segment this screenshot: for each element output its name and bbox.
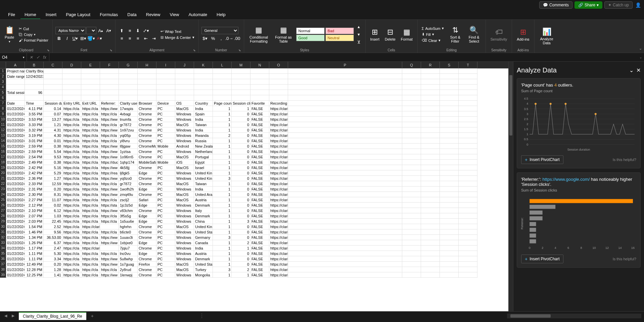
cell[interactable] [421, 208, 440, 213]
cell[interactable] [459, 186, 477, 192]
cell[interactable] [288, 165, 402, 170]
cell[interactable]: https://cla [62, 246, 81, 251]
cell[interactable] [402, 90, 421, 95]
cell[interactable] [288, 240, 402, 246]
cell[interactable]: yq9zo0 [119, 176, 138, 181]
cell[interactable]: PC [156, 111, 175, 117]
cell[interactable] [288, 267, 402, 272]
cell[interactable]: Chrome [138, 149, 156, 154]
cell[interactable]: https://cla [81, 251, 100, 256]
cell[interactable]: https://cla [81, 117, 100, 122]
cell[interactable] [213, 74, 232, 79]
cell[interactable]: PC [156, 219, 175, 224]
cell[interactable]: gr7872 [119, 122, 138, 127]
cell[interactable] [288, 170, 402, 176]
cell[interactable] [402, 138, 421, 144]
cell[interactable]: Chrome [138, 154, 156, 160]
cell[interactable]: FALSE [250, 197, 269, 203]
cell[interactable] [421, 101, 440, 106]
cell[interactable]: 2y8rud [119, 267, 138, 272]
cell[interactable] [194, 68, 213, 74]
cell[interactable]: Safari [138, 197, 156, 203]
cell[interactable]: 0 [232, 122, 250, 127]
cell[interactable]: Austria [194, 251, 213, 256]
cell[interactable]: https://cla [62, 213, 81, 219]
cell[interactable]: https://cla [62, 160, 81, 165]
cell[interactable]: https://clarity.microsoft.com/player/5d3… [269, 122, 288, 127]
cell[interactable]: PC [156, 181, 175, 186]
cell[interactable]: https://clarity.microsoft.com/player/5d3… [269, 203, 288, 208]
cell[interactable] [440, 144, 459, 149]
cell[interactable] [440, 256, 459, 262]
cell[interactable]: Taiwan [194, 122, 213, 127]
cell[interactable] [459, 101, 477, 106]
cell[interactable]: zsclj2 [119, 197, 138, 203]
cell[interactable] [459, 192, 477, 197]
cell[interactable]: https://ww [100, 154, 119, 160]
cell[interactable] [421, 127, 440, 133]
cell[interactable]: 3.55 PM [25, 111, 44, 117]
cell[interactable] [421, 246, 440, 251]
cell[interactable] [288, 224, 402, 229]
cell[interactable]: https://cla [62, 256, 81, 262]
cell[interactable]: 12/24/2023 12:00 AM - 01/22/2024 11:59 P… [25, 74, 44, 79]
cell[interactable] [100, 68, 119, 74]
cell[interactable]: FALSE [250, 170, 269, 176]
cell[interactable]: Windows [175, 256, 194, 262]
cell[interactable]: FALSE [250, 127, 269, 133]
menu-home[interactable]: Home [20, 11, 40, 19]
cell[interactable] [288, 197, 402, 203]
cell[interactable]: PC [156, 272, 175, 278]
cell[interactable] [402, 79, 421, 85]
cell[interactable] [288, 68, 402, 74]
cell[interactable]: 4k58jj [119, 165, 138, 170]
cell[interactable]: 1 [213, 117, 232, 122]
cell[interactable]: https://cla [81, 170, 100, 176]
cell[interactable]: Edge [138, 203, 156, 208]
cell[interactable]: FALSE [250, 219, 269, 224]
cell[interactable]: Chrome [138, 106, 156, 111]
cell[interactable]: 1 [213, 240, 232, 246]
row-header[interactable]: 20 [0, 170, 6, 176]
select-all-corner[interactable] [0, 62, 6, 68]
cell[interactable]: 01/22/2024 [6, 186, 25, 192]
cell[interactable]: Windows [175, 133, 194, 138]
cell[interactable]: PC [156, 106, 175, 111]
cell[interactable] [421, 106, 440, 111]
cell[interactable]: Project name [6, 68, 25, 74]
cell[interactable] [119, 74, 138, 79]
cell[interactable]: Denmark [194, 203, 213, 208]
cell[interactable] [421, 213, 440, 219]
cell[interactable] [156, 74, 175, 79]
cell[interactable] [6, 95, 25, 101]
cell[interactable] [440, 181, 459, 186]
cell[interactable] [421, 133, 440, 138]
ribbon-collapse-button[interactable]: ⌄ [639, 46, 642, 51]
cell[interactable]: 01/22/2024 [6, 122, 25, 127]
cell[interactable]: FALSE [250, 262, 269, 267]
cell[interactable] [440, 240, 459, 246]
row-header[interactable]: 36 [0, 256, 6, 262]
cell[interactable]: Mobile [156, 144, 175, 149]
cell[interactable]: 1 [213, 154, 232, 160]
cell[interactable]: https://cla [100, 229, 119, 235]
cell[interactable] [402, 229, 421, 235]
cell[interactable]: https://clarity.microsoft.com/player/5d3… [269, 133, 288, 138]
cell[interactable]: 5.30 [44, 251, 62, 256]
cell[interactable] [459, 165, 477, 170]
styles-scroll-down[interactable]: ▾ [355, 31, 363, 38]
cell[interactable]: https://clarity.microsoft.com/player/5d3… [269, 138, 288, 144]
cell[interactable] [459, 197, 477, 203]
cell[interactable] [81, 95, 100, 101]
cell[interactable] [440, 224, 459, 229]
cell[interactable]: https://clarity.microsoft.com/player/5d3… [269, 262, 288, 267]
row-header[interactable]: 25 [0, 197, 6, 203]
cell[interactable] [459, 79, 477, 85]
styles-more[interactable]: ⊻ [355, 39, 363, 46]
format-button[interactable]: ▦Format [399, 27, 415, 42]
cell[interactable]: FALSE [250, 224, 269, 229]
name-box[interactable]: O4▾ [0, 53, 27, 61]
cell[interactable] [440, 90, 459, 95]
cell[interactable] [288, 133, 402, 138]
cell[interactable]: FALSE [250, 203, 269, 208]
